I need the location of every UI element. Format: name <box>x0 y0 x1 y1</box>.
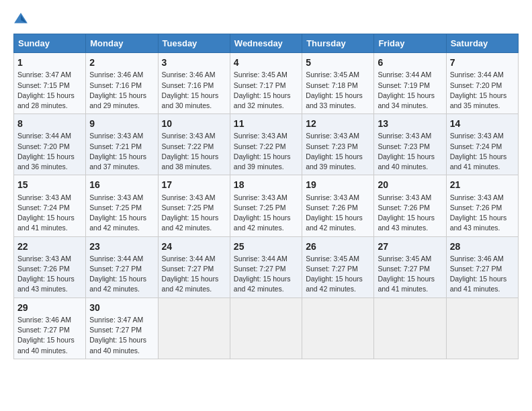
day-cell: 2Sunrise: 3:46 AM Sunset: 7:16 PM Daylig… <box>86 53 158 114</box>
day-cell: 4Sunrise: 3:45 AM Sunset: 7:17 PM Daylig… <box>230 53 302 114</box>
day-info: Sunrise: 3:45 AM Sunset: 7:18 PM Dayligh… <box>306 71 363 109</box>
day-number: 25 <box>234 240 298 253</box>
day-cell: 29Sunrise: 3:46 AM Sunset: 7:27 PM Dayli… <box>14 298 86 359</box>
day-info: Sunrise: 3:44 AM Sunset: 7:19 PM Dayligh… <box>378 71 435 109</box>
col-header-thursday: Thursday <box>302 34 374 53</box>
week-row-3: 15Sunrise: 3:43 AM Sunset: 7:24 PM Dayli… <box>14 175 519 236</box>
day-cell: 21Sunrise: 3:43 AM Sunset: 7:26 PM Dayli… <box>446 175 518 236</box>
col-header-monday: Monday <box>86 34 158 53</box>
day-cell: 14Sunrise: 3:43 AM Sunset: 7:24 PM Dayli… <box>446 114 518 175</box>
day-cell: 9Sunrise: 3:43 AM Sunset: 7:21 PM Daylig… <box>86 114 158 175</box>
day-number: 15 <box>17 178 82 191</box>
day-cell: 13Sunrise: 3:43 AM Sunset: 7:23 PM Dayli… <box>374 114 446 175</box>
day-cell: 5Sunrise: 3:45 AM Sunset: 7:18 PM Daylig… <box>302 53 374 114</box>
day-info: Sunrise: 3:46 AM Sunset: 7:27 PM Dayligh… <box>17 316 75 355</box>
day-cell: 10Sunrise: 3:43 AM Sunset: 7:22 PM Dayli… <box>158 114 230 175</box>
day-info: Sunrise: 3:45 AM Sunset: 7:27 PM Dayligh… <box>306 255 363 293</box>
calendar-table: SundayMondayTuesdayWednesdayThursdayFrid… <box>13 34 519 359</box>
day-info: Sunrise: 3:43 AM Sunset: 7:24 PM Dayligh… <box>17 193 75 232</box>
col-header-saturday: Saturday <box>446 34 518 53</box>
day-info: Sunrise: 3:43 AM Sunset: 7:25 PM Dayligh… <box>234 193 291 232</box>
day-number: 23 <box>89 240 154 253</box>
day-number: 13 <box>378 117 442 130</box>
day-info: Sunrise: 3:43 AM Sunset: 7:25 PM Dayligh… <box>162 193 219 232</box>
col-header-tuesday: Tuesday <box>158 34 230 53</box>
day-info: Sunrise: 3:43 AM Sunset: 7:26 PM Dayligh… <box>378 193 435 232</box>
day-number: 8 <box>17 117 82 130</box>
day-number: 14 <box>450 117 515 130</box>
day-number: 5 <box>306 56 370 69</box>
day-number: 29 <box>17 301 82 314</box>
day-info: Sunrise: 3:45 AM Sunset: 7:27 PM Dayligh… <box>378 255 435 293</box>
week-row-4: 22Sunrise: 3:43 AM Sunset: 7:26 PM Dayli… <box>14 236 519 298</box>
day-cell: 3Sunrise: 3:46 AM Sunset: 7:16 PM Daylig… <box>158 53 230 114</box>
day-info: Sunrise: 3:46 AM Sunset: 7:16 PM Dayligh… <box>89 71 146 109</box>
day-cell <box>446 298 518 359</box>
day-info: Sunrise: 3:43 AM Sunset: 7:22 PM Dayligh… <box>234 132 291 171</box>
day-info: Sunrise: 3:43 AM Sunset: 7:26 PM Dayligh… <box>17 255 75 293</box>
day-info: Sunrise: 3:47 AM Sunset: 7:15 PM Dayligh… <box>17 71 75 109</box>
day-info: Sunrise: 3:43 AM Sunset: 7:21 PM Dayligh… <box>89 132 146 171</box>
day-number: 16 <box>89 178 154 191</box>
day-info: Sunrise: 3:44 AM Sunset: 7:20 PM Dayligh… <box>17 132 75 171</box>
day-cell: 24Sunrise: 3:44 AM Sunset: 7:27 PM Dayli… <box>158 236 230 298</box>
logo <box>13 12 31 27</box>
day-info: Sunrise: 3:43 AM Sunset: 7:26 PM Dayligh… <box>306 193 363 232</box>
day-number: 24 <box>162 240 226 253</box>
day-number: 30 <box>89 301 154 314</box>
day-info: Sunrise: 3:46 AM Sunset: 7:16 PM Dayligh… <box>162 71 219 109</box>
day-info: Sunrise: 3:43 AM Sunset: 7:25 PM Dayligh… <box>89 193 146 232</box>
day-cell <box>230 298 302 359</box>
day-number: 9 <box>89 117 154 130</box>
day-cell: 18Sunrise: 3:43 AM Sunset: 7:25 PM Dayli… <box>230 175 302 236</box>
day-cell <box>302 298 374 359</box>
day-info: Sunrise: 3:44 AM Sunset: 7:27 PM Dayligh… <box>162 255 219 293</box>
header-row: SundayMondayTuesdayWednesdayThursdayFrid… <box>14 34 519 53</box>
day-number: 4 <box>234 56 298 69</box>
col-header-wednesday: Wednesday <box>230 34 302 53</box>
day-number: 12 <box>306 117 370 130</box>
day-cell: 6Sunrise: 3:44 AM Sunset: 7:19 PM Daylig… <box>374 53 446 114</box>
day-cell: 30Sunrise: 3:47 AM Sunset: 7:27 PM Dayli… <box>86 298 158 359</box>
day-cell: 23Sunrise: 3:44 AM Sunset: 7:27 PM Dayli… <box>86 236 158 298</box>
day-cell: 15Sunrise: 3:43 AM Sunset: 7:24 PM Dayli… <box>14 175 86 236</box>
day-info: Sunrise: 3:43 AM Sunset: 7:22 PM Dayligh… <box>162 132 219 171</box>
day-info: Sunrise: 3:44 AM Sunset: 7:20 PM Dayligh… <box>450 71 507 109</box>
day-info: Sunrise: 3:47 AM Sunset: 7:27 PM Dayligh… <box>89 316 146 355</box>
logo-icon <box>13 12 28 27</box>
day-info: Sunrise: 3:43 AM Sunset: 7:26 PM Dayligh… <box>450 193 507 232</box>
day-number: 2 <box>89 56 154 69</box>
day-cell: 11Sunrise: 3:43 AM Sunset: 7:22 PM Dayli… <box>230 114 302 175</box>
day-cell: 28Sunrise: 3:46 AM Sunset: 7:27 PM Dayli… <box>446 236 518 298</box>
day-number: 19 <box>306 178 370 191</box>
page: SundayMondayTuesdayWednesdayThursdayFrid… <box>0 0 532 411</box>
day-cell: 25Sunrise: 3:44 AM Sunset: 7:27 PM Dayli… <box>230 236 302 298</box>
day-cell: 19Sunrise: 3:43 AM Sunset: 7:26 PM Dayli… <box>302 175 374 236</box>
day-number: 20 <box>378 178 442 191</box>
week-row-1: 1Sunrise: 3:47 AM Sunset: 7:15 PM Daylig… <box>14 53 519 114</box>
day-cell: 22Sunrise: 3:43 AM Sunset: 7:26 PM Dayli… <box>14 236 86 298</box>
day-number: 26 <box>306 240 370 253</box>
day-number: 6 <box>378 56 442 69</box>
day-cell: 17Sunrise: 3:43 AM Sunset: 7:25 PM Dayli… <box>158 175 230 236</box>
day-number: 7 <box>450 56 515 69</box>
day-cell: 7Sunrise: 3:44 AM Sunset: 7:20 PM Daylig… <box>446 53 518 114</box>
day-info: Sunrise: 3:43 AM Sunset: 7:23 PM Dayligh… <box>378 132 435 171</box>
day-info: Sunrise: 3:46 AM Sunset: 7:27 PM Dayligh… <box>450 255 507 293</box>
day-number: 17 <box>162 178 226 191</box>
day-cell: 27Sunrise: 3:45 AM Sunset: 7:27 PM Dayli… <box>374 236 446 298</box>
day-info: Sunrise: 3:45 AM Sunset: 7:17 PM Dayligh… <box>234 71 291 109</box>
day-info: Sunrise: 3:43 AM Sunset: 7:23 PM Dayligh… <box>306 132 363 171</box>
day-cell: 20Sunrise: 3:43 AM Sunset: 7:26 PM Dayli… <box>374 175 446 236</box>
week-row-2: 8Sunrise: 3:44 AM Sunset: 7:20 PM Daylig… <box>14 114 519 175</box>
day-number: 21 <box>450 178 515 191</box>
day-number: 27 <box>378 240 442 253</box>
day-cell: 8Sunrise: 3:44 AM Sunset: 7:20 PM Daylig… <box>14 114 86 175</box>
col-header-sunday: Sunday <box>14 34 86 53</box>
day-info: Sunrise: 3:44 AM Sunset: 7:27 PM Dayligh… <box>234 255 291 293</box>
day-cell: 1Sunrise: 3:47 AM Sunset: 7:15 PM Daylig… <box>14 53 86 114</box>
day-info: Sunrise: 3:43 AM Sunset: 7:24 PM Dayligh… <box>450 132 507 171</box>
day-cell: 26Sunrise: 3:45 AM Sunset: 7:27 PM Dayli… <box>302 236 374 298</box>
week-row-5: 29Sunrise: 3:46 AM Sunset: 7:27 PM Dayli… <box>14 298 519 359</box>
day-cell <box>374 298 446 359</box>
